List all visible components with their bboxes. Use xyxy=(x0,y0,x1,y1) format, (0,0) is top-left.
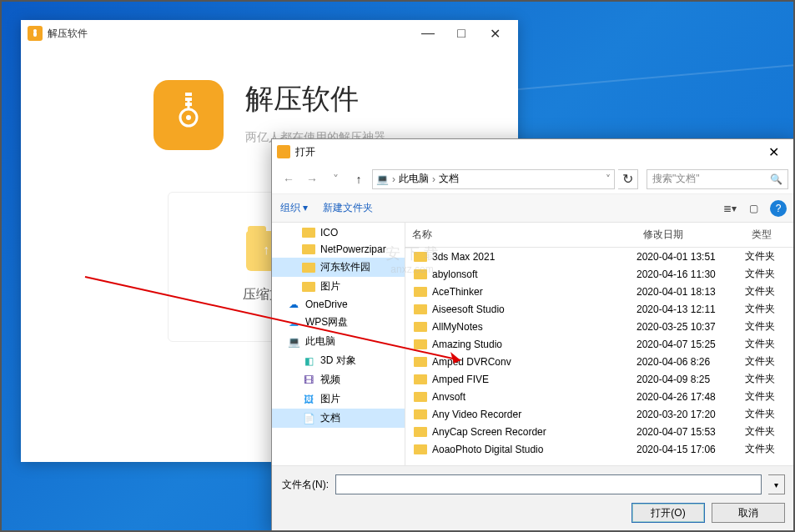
tree-item-label: 此电脑 xyxy=(305,334,335,349)
file-name: 3ds Max 2021 xyxy=(432,251,495,263)
file-name: AoaoPhoto Digital Studio xyxy=(432,444,543,455)
navigation-row: ← → ˅ ↑ 💻 › 此电脑 › 文档 ˅ ↻ 搜索"文档" 🔍 xyxy=(272,164,795,194)
breadcrumb-seg[interactable]: 文档 xyxy=(439,172,459,186)
view-mode-button[interactable]: ≣▾ xyxy=(718,199,742,218)
tree-item[interactable]: 💻此电脑 xyxy=(272,332,405,351)
tree-item[interactable]: ☁WPS网盘 xyxy=(272,313,405,332)
folder-icon xyxy=(414,444,427,454)
search-placeholder: 搜索"文档" xyxy=(652,172,700,186)
tree-item-label: 图片 xyxy=(320,392,340,406)
svg-rect-3 xyxy=(185,98,192,101)
list-item[interactable]: Anvsoft2020-04-26 17:48文件夹 xyxy=(405,388,795,405)
tree-item[interactable]: 🖼图片 xyxy=(272,389,405,409)
help-button[interactable]: ? xyxy=(770,200,787,217)
dialog-icon xyxy=(277,145,290,158)
new-folder-button[interactable]: 新建文件夹 xyxy=(323,201,373,215)
folder-icon xyxy=(414,374,427,384)
tree-item[interactable]: 图片 xyxy=(272,277,405,296)
list-item[interactable]: AceThinker2020-04-01 18:13文件夹 xyxy=(405,283,795,300)
organize-button[interactable]: 组织 ▾ xyxy=(280,201,308,215)
tree-item[interactable]: ☁OneDrive xyxy=(272,296,405,313)
filename-dropdown-button[interactable]: ▾ xyxy=(768,474,785,494)
col-header-type[interactable]: 类型 xyxy=(745,223,795,247)
refresh-button[interactable]: ↻ xyxy=(618,169,638,189)
tree-item-label: 图片 xyxy=(320,279,340,294)
file-date: 2020-03-25 10:37 xyxy=(637,321,745,333)
file-date: 2020-04-07 15:25 xyxy=(637,339,745,350)
folder-icon xyxy=(414,339,427,349)
main-titlebar[interactable]: 解压软件 — □ ✕ xyxy=(21,20,518,47)
window-title: 解压软件 xyxy=(48,27,411,41)
folder-icon xyxy=(414,252,427,262)
cancel-button[interactable]: 取消 xyxy=(712,503,785,523)
col-header-date[interactable]: 修改日期 xyxy=(637,223,745,247)
dialog-titlebar[interactable]: 打开 ✕ xyxy=(272,139,795,164)
nav-back-button[interactable]: ← xyxy=(279,169,299,189)
list-item[interactable]: Amazing Studio2020-04-07 15:25文件夹 xyxy=(405,335,795,353)
file-date: 2020-04-01 18:13 xyxy=(637,286,745,298)
tree-item-label: ICO xyxy=(320,227,338,238)
filename-input[interactable] xyxy=(335,474,762,494)
tree-item[interactable]: NetPowerzipar xyxy=(272,241,405,258)
list-item[interactable]: Amped FIVE2020-04-09 8:25文件夹 xyxy=(405,370,795,388)
file-date: 2020-04-09 8:25 xyxy=(637,374,745,385)
folder-icon xyxy=(414,427,427,437)
close-button[interactable]: ✕ xyxy=(478,22,511,45)
desktop-decoration xyxy=(503,63,795,91)
tree-item[interactable]: 📄文档 xyxy=(272,409,405,428)
app-heading: 解压软件 xyxy=(245,80,385,118)
preview-pane-button[interactable]: ▢ xyxy=(742,199,765,218)
nav-up-button[interactable]: ↑ xyxy=(349,169,369,189)
nav-recent-button[interactable]: ˅ xyxy=(325,169,345,189)
pc-icon: 💻 xyxy=(376,173,389,185)
folder-icon xyxy=(414,392,427,402)
folder-icon xyxy=(414,357,427,367)
col-header-name[interactable]: 名称 xyxy=(405,223,637,247)
svg-rect-1 xyxy=(33,32,37,37)
list-item[interactable]: Amped DVRConv2020-04-06 8:26文件夹 xyxy=(405,353,795,370)
open-button[interactable]: 打开(O) xyxy=(631,503,705,523)
address-bar[interactable]: 💻 › 此电脑 › 文档 ˅ xyxy=(372,169,615,189)
file-date: 2020-03-20 17:20 xyxy=(637,409,745,420)
list-item[interactable]: 3ds Max 20212020-04-01 13:51文件夹 xyxy=(405,248,795,265)
file-name: Aiseesoft Studio xyxy=(432,304,505,315)
tree-item[interactable]: ICO xyxy=(272,224,405,241)
folder-icon xyxy=(414,304,427,314)
file-date: 2020-04-16 11:30 xyxy=(637,269,745,280)
file-date: 2020-04-06 8:26 xyxy=(637,356,745,368)
tree-item-label: OneDrive xyxy=(305,299,348,310)
breadcrumb-seg[interactable]: 此电脑 xyxy=(399,172,429,186)
file-list-body[interactable]: 3ds Max 20212020-04-01 13:51文件夹abylonsof… xyxy=(405,248,795,465)
nav-forward-button: → xyxy=(302,169,322,189)
minimize-button[interactable]: — xyxy=(411,22,445,45)
folder-tree[interactable]: ICONetPowerzipar河东软件园图片☁OneDrive☁WPS网盘💻此… xyxy=(272,223,405,465)
file-date: 2020-04-01 13:51 xyxy=(637,251,745,263)
maximize-button[interactable]: □ xyxy=(445,22,478,45)
tree-item[interactable]: ◧3D 对象 xyxy=(272,351,405,370)
file-name: AllMyNotes xyxy=(432,321,483,333)
chevron-down-icon[interactable]: ˅ xyxy=(606,173,611,185)
list-header[interactable]: 名称 修改日期 类型 xyxy=(405,223,795,248)
file-name: abylonsoft xyxy=(432,269,478,280)
list-item[interactable]: abylonsoft2020-04-16 11:30文件夹 xyxy=(405,265,795,283)
filename-label: 文件名(N): xyxy=(282,478,329,492)
list-item[interactable]: AnyCap Screen Recorder2020-04-07 15:53文件… xyxy=(405,423,795,440)
file-type: 文件夹 xyxy=(745,267,795,281)
list-item[interactable]: Any Video Recorder2020-03-20 17:20文件夹 xyxy=(405,405,795,423)
list-item[interactable]: AllMyNotes2020-03-25 10:37文件夹 xyxy=(405,318,795,335)
tree-item[interactable]: 河东软件园 xyxy=(272,258,405,277)
file-date: 2020-04-07 15:53 xyxy=(637,426,745,438)
list-item[interactable]: AoaoPhoto Digital Studio2020-04-15 17:06… xyxy=(405,440,795,458)
dialog-title: 打开 xyxy=(295,145,757,159)
folder-icon xyxy=(414,269,427,279)
search-input[interactable]: 搜索"文档" 🔍 xyxy=(647,169,788,189)
tree-item[interactable]: 🎞视频 xyxy=(272,370,405,389)
dialog-close-button[interactable]: ✕ xyxy=(757,140,790,163)
file-type: 文件夹 xyxy=(745,249,795,263)
file-list: 名称 修改日期 类型 3ds Max 20212020-04-01 13:51文… xyxy=(405,223,795,465)
list-item[interactable]: Aiseesoft Studio2020-04-13 12:11文件夹 xyxy=(405,300,795,318)
file-name: Amped FIVE xyxy=(432,374,489,385)
file-date: 2020-04-13 12:11 xyxy=(637,304,745,315)
tree-item-label: 文档 xyxy=(320,411,340,425)
chevron-icon: › xyxy=(392,173,395,185)
